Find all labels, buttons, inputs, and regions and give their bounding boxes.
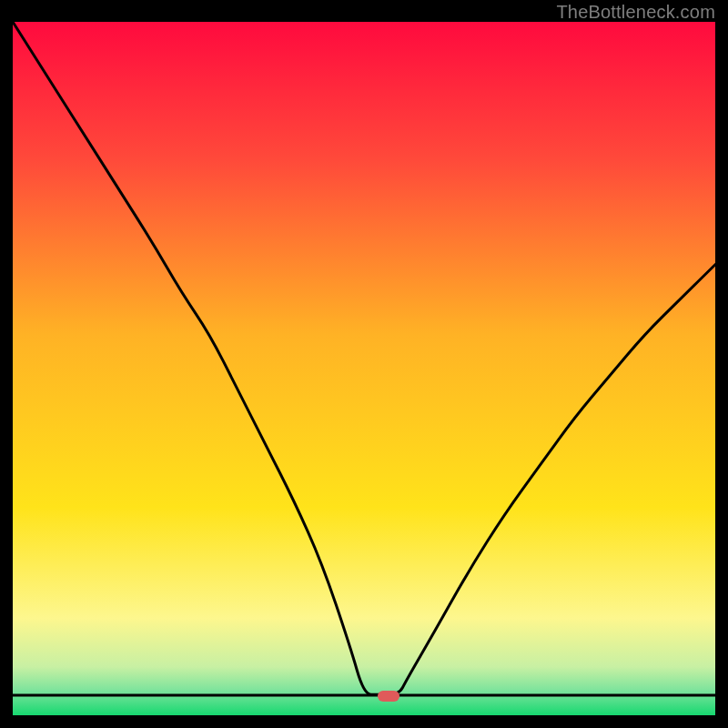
- bottleneck-chart: [13, 22, 715, 715]
- chart-frame: [13, 22, 715, 715]
- attribution-text: TheBottleneck.com: [556, 2, 715, 23]
- gradient-background: [13, 22, 715, 715]
- bottleneck-marker: [378, 691, 399, 702]
